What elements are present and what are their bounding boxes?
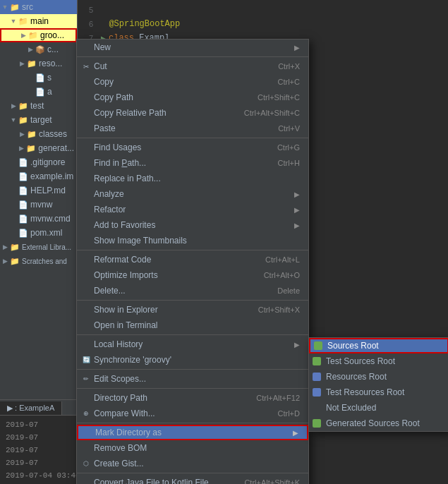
tree-arrow-resources bbox=[18, 60, 25, 67]
menu-item-reformatcode[interactable]: Reformat Code Ctrl+Alt+L bbox=[77, 252, 308, 267]
menu-item-editscopes[interactable]: ✏ Edit Scopes... bbox=[77, 371, 308, 387]
tree-label-extlib: External Libra... bbox=[22, 243, 71, 251]
submenu-item-generatedsourcesroot[interactable]: Generated Sources Root bbox=[309, 416, 448, 431]
menu-sep-2 bbox=[77, 138, 308, 138]
menu-item-copyrelpath[interactable]: Copy Relative Path Ctrl+Alt+Shift+C bbox=[77, 105, 308, 121]
menu-item-copy[interactable]: Copy Ctrl+C bbox=[77, 74, 308, 90]
menu-item-convertjava[interactable]: Convert Java File to Kotlin File Ctrl+Al… bbox=[77, 475, 308, 484]
menu-item-refactor[interactable]: Refactor ▶ bbox=[77, 202, 308, 217]
menu-arrow-new: ▶ bbox=[294, 44, 300, 52]
menu-label-localhistory: Local History bbox=[94, 339, 291, 349]
submenu-item-notexcluded[interactable]: Not Excluded bbox=[309, 400, 448, 416]
menu-item-openinterminal[interactable]: Open in Terminal bbox=[77, 317, 308, 333]
menu-sep-3 bbox=[77, 250, 308, 250]
menu-item-directorypath[interactable]: Directory Path Ctrl+Alt+F12 bbox=[77, 390, 308, 406]
menu-item-comparewith[interactable]: ⊕ Compare With... Ctrl+D bbox=[77, 406, 308, 421]
menu-item-cut[interactable]: ✂ Cut Ctrl+X bbox=[77, 59, 308, 74]
menu-label-copypath: Copy Path bbox=[94, 92, 243, 102]
submenu-item-sourcesroot[interactable]: Sources Root bbox=[309, 338, 448, 353]
tree-item-groovy[interactable]: 📁 groo... bbox=[0, 28, 77, 42]
tree-label-mvnw: mvnw bbox=[30, 200, 52, 210]
folder-icon-groovy: 📁 bbox=[28, 30, 38, 40]
tree-item-gitignore[interactable]: 📄 .gitignore bbox=[0, 155, 77, 169]
menu-item-new[interactable]: New ▶ bbox=[77, 40, 308, 55]
menu-label-findinpath: Find in Path... bbox=[94, 158, 264, 168]
menu-label-delete: Delete... bbox=[94, 286, 263, 296]
menu-item-optimizeimports[interactable]: Optimize Imports Ctrl+Alt+O bbox=[77, 267, 308, 283]
file-icon-gitignore: 📄 bbox=[18, 157, 28, 167]
menu-label-removebom: Remove BOM bbox=[94, 443, 300, 453]
folder-icon-classes: 📁 bbox=[27, 129, 37, 139]
folder-icon-resources: 📁 bbox=[27, 59, 37, 68]
tree-item-classes[interactable]: 📁 classes bbox=[0, 127, 77, 141]
menu-item-analyze[interactable]: Analyze ▶ bbox=[77, 186, 308, 202]
menu-label-directorypath: Directory Path bbox=[94, 393, 242, 403]
tree-item-mvnwcmd[interactable]: 📄 mvnw.cmd bbox=[0, 212, 77, 226]
menu-label-syncgroovy: Synchronize 'groovy' bbox=[94, 355, 300, 365]
menu-item-localhistory[interactable]: Local History ▶ bbox=[77, 337, 308, 352]
tree-label-src: src bbox=[22, 2, 33, 12]
test-sources-root-icon bbox=[313, 357, 321, 365]
menu-item-syncgroovy[interactable]: 🔄 Synchronize 'groovy' bbox=[77, 352, 308, 368]
tree-item-target[interactable]: 📁 target bbox=[0, 113, 77, 127]
menu-label-comparewith: Compare With... bbox=[94, 409, 264, 418]
tree-label-helpmd: HELP.md bbox=[30, 186, 66, 195]
tree-item-s[interactable]: 📄 s bbox=[0, 71, 77, 85]
menu-item-findinpath[interactable]: Find in Path... Ctrl+H bbox=[77, 155, 308, 171]
tree-item-scratches[interactable]: 📁 Scratches and bbox=[0, 254, 77, 268]
log-tab-label: ▶ : ExampleA bbox=[7, 404, 54, 412]
menu-sep-7 bbox=[77, 388, 308, 389]
tree-item-resources[interactable]: 📁 reso... bbox=[0, 56, 77, 71]
menu-shortcut-paste: Ctrl+V bbox=[278, 124, 300, 133]
tree-item-test[interactable]: 📁 test bbox=[0, 99, 77, 113]
menu-shortcut-copypath: Ctrl+Shift+C bbox=[258, 93, 300, 102]
menu-item-creategist[interactable]: ⬡ Create Gist... bbox=[77, 456, 308, 471]
edit-icon: ✏ bbox=[81, 375, 91, 382]
not-excluded-icon bbox=[313, 403, 322, 413]
tree-item-a[interactable]: 📄 a bbox=[0, 85, 77, 99]
tree-item-main[interactable]: 📁 main bbox=[0, 14, 77, 28]
menu-arrow-addtofav: ▶ bbox=[294, 222, 300, 229]
file-icon-pomxml: 📄 bbox=[18, 228, 28, 238]
file-icon-mvnw: 📄 bbox=[18, 200, 28, 210]
menu-label-paste: Paste bbox=[94, 123, 264, 133]
tree-item-exampleim[interactable]: 📄 example.im bbox=[0, 169, 77, 183]
menu-item-addtofav[interactable]: Add to Favorites ▶ bbox=[77, 217, 308, 233]
tree-item-generated[interactable]: 📁 generat... bbox=[0, 141, 77, 155]
menu-label-findusages: Find Usages bbox=[94, 143, 263, 152]
menu-item-markdirectoryas[interactable]: Mark Directory as ▶ bbox=[77, 425, 308, 440]
tree-item-src[interactable]: 📁 src bbox=[0, 0, 77, 14]
tree-label-resources: reso... bbox=[39, 59, 62, 68]
submenu-label-testsourcesroot: Test Sources Root bbox=[326, 356, 440, 366]
menu-item-removebom[interactable]: Remove BOM bbox=[77, 440, 308, 456]
tree-item-pomxml[interactable]: 📄 pom.xml bbox=[0, 226, 77, 240]
line-num-5: 5 bbox=[78, 6, 99, 14]
menu-item-copypath[interactable]: Copy Path Ctrl+Shift+C bbox=[77, 90, 308, 105]
menu-label-new: New bbox=[94, 42, 291, 52]
submenu-label-resourcesroot: Resources Root bbox=[326, 372, 440, 382]
menu-item-showimagethumbs[interactable]: Show Image Thumbnails bbox=[77, 233, 308, 248]
tree-item-com[interactable]: 📦 c... bbox=[0, 42, 77, 56]
tree-label-gitignore: .gitignore bbox=[30, 157, 65, 167]
tree-item-mvnw[interactable]: 📄 mvnw bbox=[0, 198, 77, 212]
submenu-item-resourcesroot[interactable]: Resources Root bbox=[309, 369, 448, 385]
menu-item-paste[interactable]: Paste Ctrl+V bbox=[77, 121, 308, 136]
tree-item-extlib[interactable]: 📁 External Libra... bbox=[0, 240, 77, 254]
menu-item-findusages[interactable]: Find Usages Ctrl+G bbox=[77, 140, 308, 155]
menu-label-optimizeimports: Optimize Imports bbox=[94, 270, 250, 280]
package-icon-com: 📦 bbox=[35, 44, 45, 54]
menu-item-showinexplorer[interactable]: Show in Explorer Ctrl+Shift+X bbox=[77, 302, 308, 317]
compare-icon: ⊕ bbox=[81, 410, 91, 417]
code-line-6: 6 @SpringBootApp bbox=[78, 17, 448, 31]
submenu-item-testresourcesroot[interactable]: Test Resources Root bbox=[309, 385, 448, 400]
folder-icon-src: 📁 bbox=[10, 2, 20, 12]
submenu-label-testresourcesroot: Test Resources Root bbox=[326, 387, 440, 397]
context-menu: New ▶ ✂ Cut Ctrl+X Copy Ctrl+C Copy Path… bbox=[76, 39, 309, 484]
menu-item-replaceinpath[interactable]: Replace in Path... bbox=[77, 171, 308, 186]
menu-sep-1 bbox=[77, 56, 308, 57]
tree-item-helpmd[interactable]: 📄 HELP.md bbox=[0, 183, 77, 198]
menu-shortcut-directorypath: Ctrl+Alt+F12 bbox=[256, 394, 300, 402]
menu-item-delete[interactable]: Delete... Delete bbox=[77, 283, 308, 298]
log-tab-examplea[interactable]: ▶ : ExampleA bbox=[0, 401, 62, 415]
submenu-item-testsourcesroot[interactable]: Test Sources Root bbox=[309, 353, 448, 369]
